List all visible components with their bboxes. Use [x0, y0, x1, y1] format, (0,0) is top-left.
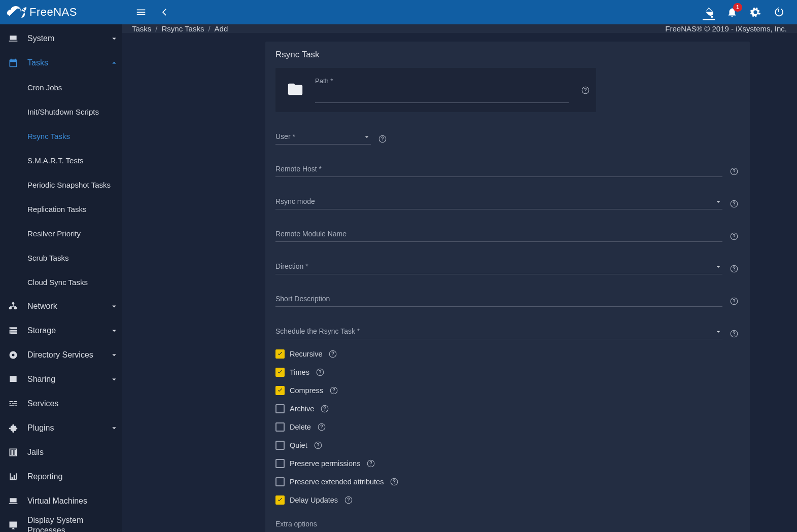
breadcrumb-rsync[interactable]: Rsync Tasks	[162, 24, 204, 33]
delay-updates-label: Delay Updates	[290, 496, 338, 504]
notifications-badge: 1	[733, 3, 742, 12]
sidebar-item-processes[interactable]: Display System Processes	[0, 513, 122, 532]
chevron-down-icon	[107, 302, 122, 311]
notifications-icon[interactable]: 1	[726, 6, 738, 18]
recursive-checkbox[interactable]	[275, 349, 285, 359]
sidebar-item-services[interactable]: Services	[0, 392, 122, 416]
times-checkbox[interactable]	[275, 368, 285, 377]
brand-area: FreeNAS	[0, 5, 122, 20]
sidebar-item-reporting[interactable]: Reporting	[0, 465, 122, 489]
folder-icon[interactable]	[287, 81, 304, 99]
sidebar-item-system[interactable]: System	[0, 26, 122, 51]
brand-text: FreeNAS	[29, 6, 77, 19]
sidebar-item-tasks[interactable]: Tasks	[0, 51, 122, 75]
storage-icon	[6, 326, 20, 336]
sidebar-label: Network	[20, 302, 107, 311]
settings-icon[interactable]	[749, 6, 761, 18]
sidebar-item-resilver[interactable]: Resilver Priority	[0, 221, 122, 245]
sidebar-item-smart[interactable]: S.M.A.R.T. Tests	[0, 148, 122, 172]
archive-label: Archive	[290, 405, 314, 413]
extra-options-textarea[interactable]	[275, 528, 722, 532]
rsync-task-card: Rsync Task Path *	[265, 42, 750, 532]
brand-logo-icon	[5, 5, 26, 20]
sidebar-sub-label: Init/Shutdown Scripts	[27, 108, 99, 116]
preserve-xattrs-label: Preserve extended attributes	[290, 478, 384, 486]
sidebar-label: Tasks	[20, 58, 107, 67]
help-icon[interactable]	[729, 263, 740, 274]
delete-checkbox[interactable]	[275, 422, 285, 432]
help-icon[interactable]	[316, 421, 327, 433]
path-field-container: Path *	[275, 68, 596, 112]
sidebar-item-vms[interactable]: Virtual Machines	[0, 489, 122, 513]
direction-select[interactable]	[275, 261, 722, 274]
help-icon[interactable]	[343, 494, 354, 506]
laptop-icon	[6, 33, 20, 44]
sidebar-item-storage[interactable]: Storage	[0, 318, 122, 343]
chevron-down-icon	[107, 375, 122, 384]
sidebar-item-init[interactable]: Init/Shutdown Scripts	[0, 99, 122, 124]
quiet-checkbox[interactable]	[275, 441, 285, 450]
path-input[interactable]	[315, 90, 569, 103]
help-icon[interactable]	[319, 403, 330, 414]
quiet-label: Quiet	[290, 441, 307, 449]
sidebar: System Tasks Cron Jobs Init/Shutdown Scr…	[0, 24, 122, 532]
help-icon[interactable]	[365, 458, 376, 469]
help-icon[interactable]	[377, 133, 388, 145]
calendar-icon	[6, 58, 20, 68]
sidebar-item-directory[interactable]: Directory Services	[0, 343, 122, 367]
delay-updates-checkbox[interactable]	[275, 495, 285, 505]
help-icon[interactable]	[729, 296, 740, 307]
path-label: Path *	[315, 77, 569, 85]
times-label: Times	[290, 368, 309, 376]
svg-point-1	[12, 354, 15, 357]
help-icon[interactable]	[729, 328, 740, 339]
breadcrumb-sep: /	[151, 24, 161, 33]
user-select[interactable]	[275, 131, 371, 145]
help-icon[interactable]	[389, 476, 400, 487]
chart-icon	[6, 472, 20, 482]
sidebar-item-replication[interactable]: Replication Tasks	[0, 197, 122, 221]
help-icon[interactable]	[580, 85, 591, 96]
sidebar-label: System	[20, 34, 107, 43]
sidebar-item-rsync[interactable]: Rsync Tasks	[0, 124, 122, 148]
help-icon[interactable]	[729, 166, 740, 177]
archive-checkbox[interactable]	[275, 404, 285, 413]
chevron-down-icon	[714, 263, 722, 272]
sidebar-item-sharing[interactable]: Sharing	[0, 367, 122, 392]
sidebar-label: Directory Services	[20, 350, 107, 360]
help-icon[interactable]	[313, 440, 324, 451]
sidebar-item-plugins[interactable]: Plugins	[0, 416, 122, 440]
sidebar-sub-label: Scrub Tasks	[27, 254, 68, 262]
help-icon[interactable]	[315, 367, 326, 378]
sidebar-item-snapshot[interactable]: Periodic Snapshot Tasks	[0, 172, 122, 197]
sidebar-label: Plugins	[20, 423, 107, 433]
back-icon[interactable]	[158, 6, 170, 18]
schedule-select[interactable]	[275, 326, 722, 339]
sidebar-label: Virtual Machines	[20, 496, 122, 506]
copyright-text: FreeNAS® © 2019 - iXsystems, Inc.	[665, 24, 787, 33]
sidebar-item-cloud[interactable]: Cloud Sync Tasks	[0, 270, 122, 294]
preserve-perms-checkbox[interactable]	[275, 459, 285, 468]
compress-label: Compress	[290, 386, 323, 395]
help-icon[interactable]	[729, 198, 740, 209]
breadcrumb-tasks[interactable]: Tasks	[132, 24, 151, 33]
rsync-mode-select[interactable]	[275, 196, 722, 209]
jail-icon	[6, 447, 20, 457]
sidebar-item-cron[interactable]: Cron Jobs	[0, 75, 122, 99]
help-icon[interactable]	[327, 348, 338, 360]
sidebar-item-network[interactable]: Network	[0, 294, 122, 318]
compress-checkbox[interactable]	[275, 386, 285, 395]
top-bar: FreeNAS 1	[0, 0, 797, 24]
theme-icon[interactable]	[703, 6, 715, 18]
help-icon[interactable]	[328, 385, 339, 396]
chevron-down-icon	[714, 328, 722, 337]
help-icon[interactable]	[729, 231, 740, 242]
sidebar-item-scrub[interactable]: Scrub Tasks	[0, 245, 122, 270]
sidebar-item-jails[interactable]: Jails	[0, 440, 122, 465]
power-icon[interactable]	[773, 6, 785, 18]
sidebar-label: Reporting	[20, 472, 122, 481]
sidebar-sub-label: Resilver Priority	[27, 229, 81, 238]
preserve-xattrs-checkbox[interactable]	[275, 477, 285, 486]
sidebar-sub-label: Cloud Sync Tasks	[27, 278, 88, 287]
menu-toggle-icon[interactable]	[135, 6, 147, 18]
